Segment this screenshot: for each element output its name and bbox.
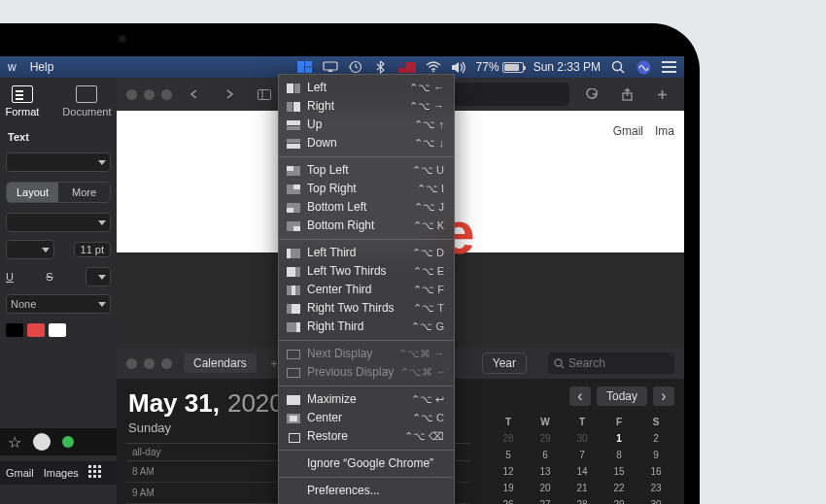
menu-item-bottom-right[interactable]: Bottom Right⌃⌥ K [279,217,454,235]
svg-rect-10 [662,71,676,73]
svg-rect-2 [305,68,312,74]
menu-item-top-left[interactable]: Top Left⌃⌥ U [279,161,454,180]
wifi-icon[interactable] [426,59,441,75]
menu-item-center[interactable]: Center⌃⌥ C [279,409,454,427]
calendar-search[interactable]: Search [548,353,674,374]
view-segmented[interactable]: Year [482,353,527,374]
bookmark-star-icon[interactable]: ☆ [8,433,21,452]
menubar-clock[interactable]: Sun 2:33 PM [533,60,601,74]
timemachine-icon[interactable] [348,59,363,75]
calendars-button[interactable]: Calendars [184,353,257,373]
spotlight-icon[interactable] [610,59,626,75]
br-position-icon [287,221,300,231]
forward-button[interactable] [217,84,242,105]
window-controls[interactable] [126,89,172,100]
svg-rect-0 [297,61,304,73]
menu-item-center-third[interactable]: Center Third⌃⌥ F [279,281,454,299]
battery-percent: 77% [476,60,499,74]
tl-position-icon [287,166,300,176]
window-controls[interactable] [126,358,172,369]
menu-item-next-display: Next Display⌃⌥⌘ → [279,345,454,363]
next-button[interactable]: › [653,386,674,406]
svg-point-5 [432,71,434,73]
new-tab-button[interactable] [649,84,674,105]
format-tab[interactable]: Format [6,85,40,118]
tr-position-icon [287,185,300,194]
up-position-icon [287,120,300,130]
volume-icon[interactable] [451,59,466,75]
right-position-icon [287,102,300,112]
menu-item-left[interactable]: Left⌃⌥ ← [279,79,454,97]
strike-button[interactable]: S [46,271,52,283]
rectangle-menu: Left⌃⌥ ←Right⌃⌥ →Up⌃⌥ ↑Down⌃⌥ ↓Top Left⌃… [278,74,455,504]
menu-item-ignore-google-chrome[interactable]: Ignore “Google Chrome” [279,454,454,473]
menu-item-maximize[interactable]: Maximize⌃⌥ ↩ [279,390,454,409]
siri-icon[interactable] [636,59,651,75]
paragraph-style-select[interactable] [6,152,111,172]
battery-status[interactable]: 77% [476,60,524,74]
res-position-icon [287,432,300,442]
bluetooth-icon[interactable] [373,59,389,75]
view-year[interactable]: Year [483,353,526,373]
cen-position-icon [287,414,300,423]
svg-rect-11 [258,89,271,99]
menu-item-right[interactable]: Right⌃⌥ → [279,97,454,116]
input-source-flag-icon[interactable] [398,62,416,73]
menu-item-help[interactable]: Help [279,500,454,504]
bm-gmail[interactable]: Gmail [6,467,34,479]
app-menu-item[interactable]: w [8,60,17,74]
prev-button[interactable]: ‹ [569,386,591,406]
layout-subtab[interactable]: Layout [7,183,58,202]
reload-button[interactable] [579,84,604,105]
document-tab[interactable]: Document [62,85,111,118]
svg-rect-3 [324,62,337,70]
underline-button[interactable]: U [6,271,14,283]
font-family-select[interactable] [6,213,111,232]
font-size-field[interactable]: 11 pt [74,242,111,257]
menu-item-down[interactable]: Down⌃⌥ ↓ [279,134,454,152]
font-style-select[interactable] [6,240,54,259]
menu-item-right-third[interactable]: Right Third⌃⌥ G [279,318,454,336]
bl-position-icon [287,203,300,213]
color-swatches[interactable] [0,318,117,343]
today-button[interactable]: Today [597,386,647,406]
notification-center-icon[interactable] [661,59,676,75]
images-link[interactable]: Ima [655,124,674,138]
account-avatar[interactable] [33,433,51,451]
bm-images[interactable]: Images [44,467,79,479]
menu-item-right-two-thirds[interactable]: Right Two Thirds⌃⌥ T [279,299,454,318]
mini-month[interactable]: TWTFS 2829301256789121314151619202122232… [490,414,674,504]
airplay-icon[interactable] [323,59,338,75]
down-position-icon [287,139,300,149]
max-position-icon [287,395,300,405]
menu-item-left-two-thirds[interactable]: Left Two Thirds⌃⌥ E [279,262,454,281]
browser-toolbar-fragment: ☆ [0,428,117,455]
menu-item-preferences[interactable]: Preferences... [279,482,454,500]
rectangle-menubar-icon[interactable] [297,59,313,75]
app-menu-help[interactable]: Help [30,60,54,74]
svg-rect-1 [305,61,312,67]
text-subtabs[interactable]: Layout More [6,182,111,203]
svg-point-14 [555,359,562,366]
bookmarks-bar: Gmail Images [0,461,117,485]
text-section-heading: Text [0,121,117,149]
disp-position-icon [287,350,300,359]
document-icon [76,85,97,103]
format-icon [12,85,33,103]
more-subtab[interactable]: More [58,183,110,202]
r3-position-icon [287,322,300,332]
menu-item-restore[interactable]: Restore⌃⌥ ⌫ [279,427,454,446]
svg-point-6 [613,62,622,71]
back-button[interactable] [182,84,207,105]
menu-item-up[interactable]: Up⌃⌥ ↑ [279,116,454,134]
sidebar-toggle-icon[interactable] [252,84,277,105]
char-style-select[interactable]: None [6,294,111,314]
menu-item-left-third[interactable]: Left Third⌃⌥ D [279,244,454,262]
text-color-select[interactable] [86,267,111,286]
gmail-link[interactable]: Gmail [613,124,643,138]
menu-item-top-right[interactable]: Top Right⌃⌥ I [279,180,454,198]
apps-grid-icon[interactable] [88,465,104,481]
menu-item-bottom-left[interactable]: Bottom Left⌃⌥ J [279,198,454,217]
share-button[interactable] [614,84,639,105]
svg-rect-9 [662,66,676,68]
